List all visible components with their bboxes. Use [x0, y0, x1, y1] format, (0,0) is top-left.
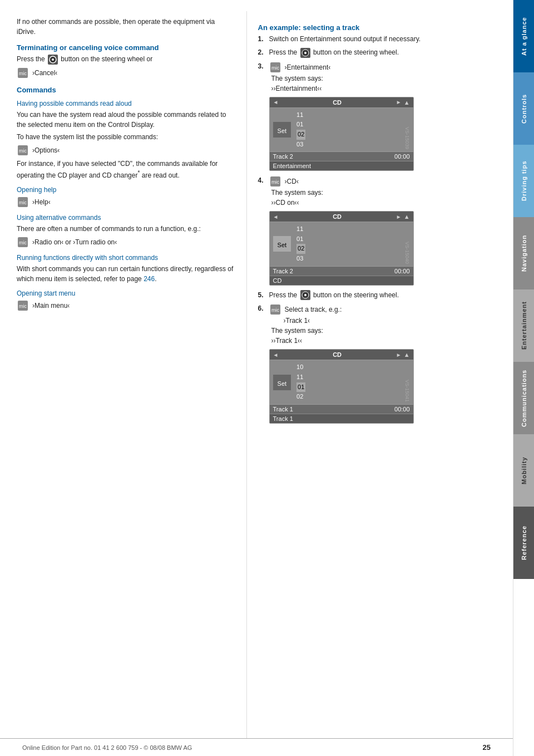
cd-watermark-3: VS-15041	[404, 380, 410, 402]
cd-watermark-2: VS-15040	[404, 242, 410, 264]
step-6-num: 6.	[258, 303, 269, 346]
cd-num-02-selected-2: 02	[296, 244, 305, 254]
step-3: 3. mic ›Entertainment‹ The system sa	[258, 61, 502, 94]
cd-title-1: CD	[278, 99, 395, 106]
step-1: 1. Switch on Entertainment sound output …	[258, 34, 502, 44]
cd-num-02-selected: 02	[296, 130, 305, 140]
terminating-text: Press the button on the steering wheel o…	[17, 54, 235, 65]
options-cmd-text: ›Options‹	[32, 146, 60, 154]
sidebar-tab-at-a-glance[interactable]: At a glance	[513, 0, 534, 72]
cd-right-arrow-1[interactable]: ►	[396, 99, 402, 105]
step-6-system-says: The system says:	[271, 326, 502, 336]
step-6-cmd: Select a track, e.g.:	[285, 305, 342, 315]
cd-title-2: CD	[278, 213, 395, 220]
cd-right-arrow-2[interactable]: ►	[396, 214, 402, 220]
sidebar-tab-driving-tips[interactable]: Driving tips	[513, 145, 534, 217]
having-possible-text: You can have the system read aloud the p…	[17, 110, 235, 130]
cd-screenshot-label-2: CD	[270, 276, 413, 285]
step-6-system-response: ››Track 1‹‹	[271, 336, 502, 346]
cd-footer-2: Track 2 00:00	[270, 266, 413, 276]
svg-text:mic: mic	[19, 240, 27, 246]
svg-text:mic: mic	[271, 65, 279, 71]
terminating-heading: Terminating or canceling voice command	[17, 43, 235, 52]
step-4-system-response: ››CD on‹‹	[271, 198, 502, 208]
svg-text:mic: mic	[19, 303, 27, 309]
page-number: 25	[483, 743, 491, 752]
intro-text: If no other commands are possible, then …	[17, 17, 235, 37]
sidebar-tab-controls[interactable]: Controls	[513, 72, 534, 145]
cd-scroll-2: ▲	[404, 213, 410, 220]
step-1-num: 1.	[258, 34, 269, 44]
cd-screenshot-label-1: Entertainment	[270, 161, 413, 170]
cancel-cmd-text: ›Cancel‹	[32, 69, 57, 77]
step-3-content: mic ›Entertainment‹ The system says: ››E…	[269, 61, 502, 94]
step-5-text: Press the button on the steering wheel.	[269, 290, 502, 301]
voice-icon-options: mic	[17, 144, 29, 156]
running-text: With short commands you can run certain …	[17, 264, 235, 284]
cd-display-1-wrapper: ◄ CD ► ▲ Set 11 01	[269, 97, 502, 171]
step-1-text: Switch on Entertainment sound output if …	[269, 34, 502, 44]
cd-left-arrow-2[interactable]: ◄	[273, 214, 279, 220]
using-alt-text: There are often a number of commands to …	[17, 224, 235, 234]
opening-help-heading: Opening help	[17, 186, 235, 194]
step-3-cmd: ›Entertainment‹	[285, 62, 331, 72]
step-4-num: 4.	[258, 175, 269, 208]
cd-track-label-1: Track 2	[273, 153, 293, 160]
cd-display-2: ◄ CD ► ▲ Set 11 01	[269, 211, 414, 285]
cd-footer-3: Track 1 00:00	[270, 404, 413, 414]
cd-time-1: 00:00	[394, 153, 410, 160]
having-possible-heading: Having possible commands read aloud	[17, 100, 235, 107]
step-3-system-response: ››Entertainment‹‹	[271, 84, 502, 94]
cd-num-11-3: 11	[296, 372, 305, 382]
page-footer: Online Edition for Part no. 01 41 2 600 …	[0, 738, 513, 756]
sidebar-tab-reference[interactable]: Reference	[513, 507, 534, 579]
svg-point-1	[52, 58, 54, 61]
cd-set-1: Set	[273, 122, 291, 138]
svg-text:mic: mic	[271, 307, 279, 313]
running-page-link[interactable]: 246	[144, 275, 155, 283]
cd-num-01-selected-3: 01	[296, 382, 305, 392]
cd-body-1: Set 11 01 02 03 VS-15039	[270, 108, 413, 151]
cd-time-2: 00:00	[394, 268, 410, 274]
steering-wheel-button-2	[300, 48, 310, 58]
cd-set-2: Set	[273, 236, 291, 252]
step-4-cmd: ›CD‹	[285, 176, 299, 186]
svg-point-13	[304, 52, 306, 54]
main-menu-command: mic ›Main menu‹	[17, 300, 235, 312]
cd-num-10-3: 10	[296, 362, 305, 372]
step-5-num: 5.	[258, 290, 269, 301]
sidebar-tab-entertainment[interactable]: Entertainment	[513, 289, 534, 362]
step-4-content: mic ›CD‹ The system says: ››CD on‹‹	[269, 175, 502, 208]
sidebar-right: At a glance Controls Driving tips Naviga…	[513, 0, 534, 756]
cd-num-01: 01	[296, 120, 305, 130]
svg-text:mic: mic	[19, 71, 27, 76]
sidebar-tab-navigation[interactable]: Navigation	[513, 217, 534, 289]
step-4-system-says: The system says:	[271, 188, 502, 198]
opening-start-heading: Opening start menu	[17, 289, 235, 297]
cd-screenshot-label-3: Track 1	[270, 414, 413, 423]
commands-heading: Commands	[17, 86, 235, 94]
cancel-command: mic ›Cancel‹	[17, 67, 235, 79]
cd-header-1: ◄ CD ► ▲	[270, 97, 413, 108]
cd-track-label-2: Track 2	[273, 268, 293, 274]
cd-display-2-wrapper: ◄ CD ► ▲ Set 11 01	[269, 211, 502, 285]
sidebar-tab-communications[interactable]: Communications	[513, 362, 534, 434]
sidebar-tab-mobility[interactable]: Mobility	[513, 434, 534, 507]
cd-left-arrow-3[interactable]: ◄	[273, 352, 279, 358]
voice-icon-3: mic	[269, 61, 281, 73]
cd-left-arrow-1[interactable]: ◄	[273, 99, 279, 105]
svg-point-19	[304, 294, 306, 296]
voice-icon-alt: mic	[17, 236, 29, 248]
cd-body-2: Set 11 01 02 03 VS-15040	[270, 222, 413, 266]
svg-text:mic: mic	[19, 200, 27, 205]
cd-body-3: Set 10 11 01 02 VS-15041	[270, 360, 413, 404]
cd-right-arrow-3[interactable]: ►	[396, 352, 402, 358]
example-heading: An example: selecting a track	[258, 23, 502, 32]
cd-set-3: Set	[273, 375, 291, 390]
cd-display-3: ◄ CD ► ▲ Set 10 11	[269, 349, 414, 423]
cd-header-2: ◄ CD ► ▲	[270, 212, 413, 222]
cd-num-01-2: 01	[296, 234, 305, 244]
voice-icon-cancel: mic	[17, 67, 29, 79]
options-command: mic ›Options‹	[17, 144, 235, 156]
footer-text: Online Edition for Part no. 01 41 2 600 …	[22, 744, 192, 751]
